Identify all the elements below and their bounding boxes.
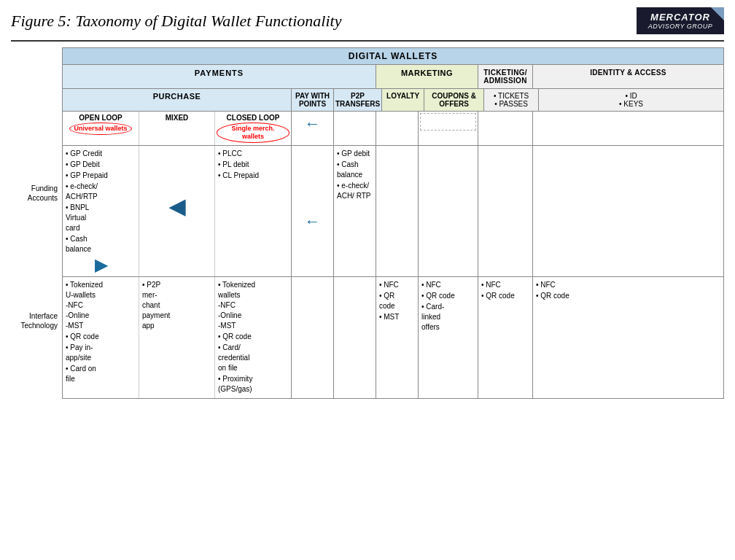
pwp-arrow-left: ←: [305, 116, 321, 132]
li-gp-debit: GP Debit: [66, 160, 136, 170]
funding-label: Funding Accounts: [11, 129, 62, 257]
loop-mixed-label: MIXED: [141, 114, 213, 122]
col-identity: IDENTITY & ACCESS: [533, 65, 723, 88]
loop-header-row: OPEN LOOP Universal wallets MIXED CLOSED…: [63, 112, 723, 146]
title-text: Figure 5: Taxonomy of Digital Wallet Fun…: [11, 12, 341, 31]
interface-closedloop: Tokenizedwallets-NFC-Online-MST QR code …: [215, 277, 292, 398]
li-pl-debit: PL debit: [218, 160, 288, 170]
sub-pay-with-points: PAY WITH POINTS: [293, 92, 332, 108]
sh-paywithpoints: PAY WITH POINTS: [292, 89, 334, 111]
interface-coupons-list: NFC QR code Card-linkedoffers: [421, 280, 475, 332]
funding-closedloop-list: PLCC PL debit CL Prepaid: [218, 149, 288, 181]
oval-open: Universal wallets: [69, 122, 131, 135]
li-tokenized: TokenizedU-wallets-NFC-Online-MST: [66, 280, 136, 331]
lh-mixed: MIXED: [139, 112, 215, 145]
sh-id: • ID • KEYS: [539, 89, 723, 111]
dw-header: DIGITAL WALLETS: [63, 48, 723, 65]
sub-header-row: PURCHASE PAY WITH POINTS P2P TRANSFERS L…: [63, 89, 723, 112]
oval-closed: Single merch. wallets: [217, 122, 289, 143]
li-bnpl: BNPLVirtualcard: [66, 203, 136, 233]
interface-tickets-list: NFC QR code: [481, 280, 529, 301]
loop-open-label: OPEN LOOP: [64, 114, 137, 122]
li-mst-loyalty: MST: [379, 312, 415, 322]
funding-tickets: [478, 146, 533, 276]
logo: MERCATOR ADVISORY GROUP: [637, 7, 724, 34]
li-gp-credit: GP Credit: [66, 149, 136, 159]
col-marketing: MARKETING: [376, 65, 478, 88]
interface-mixed-list: P2Pmer-chantpaymentapp: [142, 280, 211, 331]
li-cash: Cashbalance: [66, 234, 136, 254]
interface-openloop: TokenizedU-wallets-NFC-Online-MST QR cod…: [63, 277, 139, 398]
li-qr-coupons: QR code: [421, 291, 475, 301]
lh-tickets-cell: [478, 112, 533, 145]
lh-loyalty-cell: [376, 112, 419, 145]
li-nfc-loyalty: NFC: [379, 280, 415, 290]
li-card-cred: Card/credentialon file: [218, 343, 288, 373]
li-nfc-tickets: NFC: [481, 280, 529, 290]
funding-arrow-right: ▶: [95, 257, 107, 273]
funding-id: [533, 146, 723, 276]
li-gp-debit-p2p: GP debit: [337, 149, 373, 159]
interface-pwp: [292, 277, 334, 398]
funding-p2p: GP debit Cashbalance e-check/ACH/ RTP: [334, 146, 376, 276]
li-card-linked: Card-linkedoffers: [421, 302, 475, 332]
li-nfc-coupons: NFC: [421, 280, 475, 290]
logo-line2: ADVISORY GROUP: [644, 23, 717, 30]
lh-pwp-cell: ←: [292, 112, 334, 145]
funding-openloop: GP Credit GP Debit GP Prepaid e-check/AC…: [63, 146, 139, 276]
li-echeck: e-check/ACH/RTP: [66, 182, 136, 202]
lh-p2p-cell: [334, 112, 376, 145]
li-echeck-p2p: e-check/ACH/ RTP: [337, 181, 373, 201]
loop-closed-label: CLOSED LOOP: [217, 114, 289, 122]
sh-id-text: • ID • KEYS: [540, 92, 722, 108]
lh-closedloop: CLOSED LOOP Single merch. wallets: [215, 112, 292, 145]
lh-id-cell: [533, 112, 723, 145]
li-pay-in-app: Pay in-app/site: [66, 343, 136, 363]
interface-tickets: NFC QR code: [478, 277, 533, 398]
col-payments: PAYMENTS: [63, 65, 376, 88]
interface-id-list: NFC QR code: [536, 280, 720, 301]
li-card-on-file: Card onfile: [66, 364, 136, 384]
sh-tickets-text: • TICKETS • PASSES: [486, 92, 537, 108]
li-qr-loyalty: QRcode: [379, 291, 415, 311]
col-ticketing: TICKETING/ ADMISSION: [478, 65, 533, 88]
interface-label: Interface Technology: [11, 257, 62, 384]
funding-p2p-list: GP debit Cashbalance e-check/ACH/ RTP: [337, 149, 373, 201]
interface-row: TokenizedU-wallets-NFC-Online-MST QR cod…: [63, 277, 723, 398]
interface-coupons: NFC QR code Card-linkedoffers: [419, 277, 478, 398]
funding-coupons: [419, 146, 478, 276]
funding-closedloop: PLCC PL debit CL Prepaid: [215, 146, 292, 276]
li-cl-prepaid: CL Prepaid: [218, 171, 288, 181]
interface-mixed: P2Pmer-chantpaymentapp: [139, 277, 215, 398]
li-qr-code-cl: QR code: [218, 332, 288, 342]
sh-p2p: P2P TRANSFERS: [334, 89, 382, 111]
sh-loyalty: LOYALTY: [382, 89, 424, 111]
funding-pwp: ←: [292, 146, 334, 276]
interface-loyalty-list: NFC QRcode MST: [379, 280, 415, 322]
col-group-row: PAYMENTS MARKETING TICKETING/ ADMISSION …: [63, 65, 723, 89]
li-p2p-merchant: P2Pmer-chantpaymentapp: [142, 280, 211, 331]
interface-openloop-list: TokenizedU-wallets-NFC-Online-MST QR cod…: [66, 280, 136, 384]
funding-label-text: Funding Accounts: [11, 184, 58, 203]
li-cash-balance-p2p: Cashbalance: [337, 160, 373, 180]
pwp-funding-arrow: ←: [305, 214, 321, 230]
li-gp-prepaid: GP Prepaid: [66, 171, 136, 181]
funding-mixed: ◀: [139, 146, 215, 276]
funding-arrow-left: ◀: [169, 195, 185, 218]
main-table: DIGITAL WALLETS PAYMENTS MARKETING TICKE…: [62, 47, 724, 399]
interface-id: NFC QR code: [533, 277, 723, 398]
sh-tickets: • TICKETS • PASSES: [484, 89, 539, 111]
sh-purchase: PURCHASE: [63, 89, 292, 111]
li-plcc: PLCC: [218, 149, 288, 159]
main-content: Funding Accounts Interface Technology DI…: [11, 47, 724, 399]
li-qr-tickets: QR code: [481, 291, 529, 301]
interface-p2p: [334, 277, 376, 398]
li-qr-id: QR code: [536, 291, 720, 301]
interface-closedloop-list: Tokenizedwallets-NFC-Online-MST QR code …: [218, 280, 288, 394]
coupons-dashed-box: [420, 113, 476, 131]
li-qr-code: QR code: [66, 332, 136, 342]
row-labels: Funding Accounts Interface Technology: [11, 47, 62, 399]
interface-label-text: Interface Technology: [11, 311, 58, 330]
li-token-wallets: Tokenizedwallets-NFC-Online-MST: [218, 280, 288, 331]
lh-coupons-cell: [419, 112, 478, 145]
